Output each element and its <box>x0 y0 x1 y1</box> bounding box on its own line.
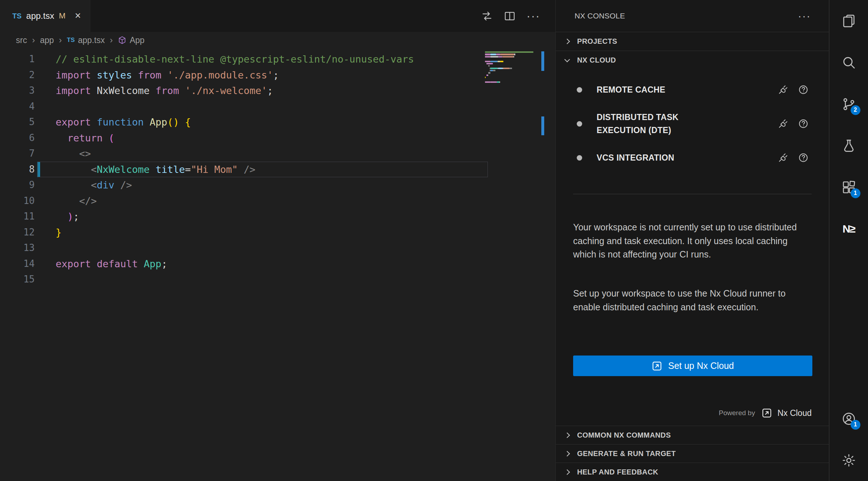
editor-actions: ··· <box>481 0 555 32</box>
gutter <box>37 240 40 256</box>
minimap-line <box>485 68 541 69</box>
minimap-line <box>485 84 541 85</box>
tab-bar: TS app.tsx M ✕ ··· <box>0 0 555 32</box>
code-line[interactable]: 3import NxWelcome from './nx-welcome'; <box>0 83 538 99</box>
code-line[interactable]: 4 <box>0 99 538 115</box>
minimap-line <box>485 61 541 62</box>
gutter <box>37 193 40 209</box>
code-line[interactable]: 14export default App; <box>0 256 538 272</box>
minimap-token <box>485 51 533 53</box>
code-line[interactable]: 12} <box>0 225 538 240</box>
code-line[interactable]: 11 ); <box>0 209 538 225</box>
help-icon[interactable] <box>798 118 809 129</box>
tab-app-tsx[interactable]: TS app.tsx M ✕ <box>0 0 90 32</box>
breadcrumb-separator: › <box>59 35 62 45</box>
activity-item-testing[interactable] <box>829 125 868 166</box>
gutter <box>37 177 40 193</box>
help-icon[interactable] <box>798 84 809 95</box>
nx-cloud-item-remote-cache[interactable]: REMOTE CACHE <box>556 76 829 103</box>
git-modified-badge: M <box>59 11 65 21</box>
help-icon[interactable] <box>798 152 809 163</box>
settings-icon <box>842 453 856 468</box>
overview-ruler-modified-mark <box>541 116 544 135</box>
activity-item-search[interactable] <box>829 42 868 83</box>
code-line[interactable]: 6 return ( <box>0 130 538 146</box>
minimap-token <box>485 54 490 55</box>
minimap-token <box>500 61 503 62</box>
connect-icon[interactable] <box>778 118 788 129</box>
breadcrumb-separator: › <box>110 35 113 45</box>
breadcrumb-item-src[interactable]: src <box>16 35 27 45</box>
explorer-icon <box>842 14 856 28</box>
minimap-token <box>496 54 500 55</box>
connect-icon[interactable] <box>778 152 788 163</box>
breadcrumb-item-app-tsx[interactable]: TSapp.tsx <box>67 35 105 45</box>
line-number: 4 <box>0 99 35 115</box>
search-icon <box>842 55 856 70</box>
nx-cloud-items: REMOTE CACHEDISTRIBUTED TASK EXECUTION (… <box>556 71 829 171</box>
code-text: import styles from './app.module.css'; <box>56 67 279 83</box>
breadcrumb-item-app[interactable]: App <box>118 35 145 45</box>
breadcrumb-item-app[interactable]: app <box>40 35 54 45</box>
activity-item-nx-console[interactable]: N≥ <box>829 208 868 250</box>
section-help-and-feedback[interactable]: HELP AND FEEDBACK <box>556 463 829 481</box>
chevron-right-icon <box>564 469 570 475</box>
breadcrumb-label: app.tsx <box>78 35 105 45</box>
minimap-token <box>485 77 486 78</box>
open-changes-icon[interactable] <box>481 10 493 22</box>
code-line[interactable]: 7 <> <box>0 146 538 162</box>
activity-item-account[interactable]: 1 <box>829 398 868 439</box>
breadcrumb-label: src <box>16 35 27 45</box>
panel-sections-top: PROJECTSNX CLOUD <box>556 32 829 69</box>
more-actions-icon[interactable]: ··· <box>527 10 540 22</box>
powered-by: Powered by Nx Cloud <box>719 406 812 420</box>
line-number: 9 <box>0 177 35 193</box>
gutter <box>37 51 40 67</box>
section-label: COMMON NX COMMANDS <box>577 431 671 439</box>
activity-item-extensions[interactable]: 1 <box>829 166 868 208</box>
connect-icon[interactable] <box>778 84 788 95</box>
code-line[interactable]: 13 <box>0 240 538 256</box>
minimap-indent <box>485 68 490 69</box>
nx-cloud-item-distributed-task-execution-dte[interactable]: DISTRIBUTED TASK EXECUTION (DTE) <box>556 103 829 144</box>
minimap-token <box>490 81 497 83</box>
line-number: 14 <box>0 256 35 272</box>
minimap-indent <box>485 70 490 71</box>
gutter <box>37 114 40 130</box>
minimap[interactable] <box>485 51 541 86</box>
activity-item-settings[interactable] <box>829 439 868 481</box>
line-number: 12 <box>0 225 35 240</box>
code-line[interactable]: 9 <div /> <box>0 177 538 193</box>
minimap-token <box>498 68 502 69</box>
code-line[interactable]: 10 </> <box>0 193 538 209</box>
tab-label: app.tsx <box>26 11 54 21</box>
split-editor-icon[interactable] <box>504 10 516 22</box>
line-number: 10 <box>0 193 35 209</box>
code-text: } <box>56 225 61 240</box>
code-line[interactable]: 5export function App() { <box>0 114 538 130</box>
code-line[interactable]: 8 <NxWelcome title="Hi Mom" /> <box>0 162 538 178</box>
activity-item-source-control[interactable]: 2 <box>829 83 868 125</box>
more-actions-icon[interactable]: ··· <box>798 10 811 22</box>
extensions-icon: 1 <box>842 180 856 195</box>
section-common-nx-commands[interactable]: COMMON NX COMMANDS <box>556 426 829 444</box>
gutter <box>37 272 40 288</box>
activity-item-explorer[interactable] <box>829 0 868 42</box>
setup-nx-cloud-button[interactable]: Set up Nx Cloud <box>573 356 812 376</box>
gutter <box>37 83 40 99</box>
code-line[interactable]: 2import styles from './app.module.css'; <box>0 67 538 83</box>
section-generate-run-target[interactable]: GENERATE & RUN TARGET <box>556 444 829 463</box>
nx-cloud-logo-icon <box>761 408 772 418</box>
section-projects[interactable]: PROJECTS <box>556 32 829 51</box>
badge: 1 <box>851 188 860 198</box>
code-text: import NxWelcome from './nx-welcome'; <box>56 83 273 99</box>
minimap-token <box>503 68 510 69</box>
minimap-token <box>514 56 514 58</box>
nx-cloud-item-vcs-integration[interactable]: VCS INTEGRATION <box>556 144 829 171</box>
section-nx-cloud[interactable]: NX CLOUD <box>556 51 829 69</box>
code-line[interactable]: 1// eslint-disable-next-line @typescript… <box>0 51 538 67</box>
code-line[interactable]: 15 <box>0 272 538 288</box>
setup-description: Set up your workspace to use the Nx Clou… <box>573 287 797 314</box>
close-icon[interactable]: ✕ <box>74 11 81 21</box>
minimap-token <box>488 65 490 67</box>
